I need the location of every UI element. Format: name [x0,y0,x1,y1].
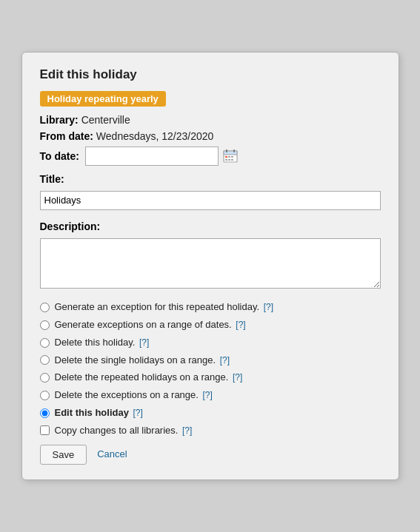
radio-opt3[interactable] [40,338,50,348]
radio-opt6[interactable] [40,391,50,400]
copy-changes-help[interactable]: [?] [182,425,192,436]
library-value: Centerville [81,114,130,126]
library-label: Library: [40,114,79,126]
radio-label-opt2: Generate exceptions on a range of dates.… [55,319,246,331]
help-link-opt3[interactable]: [?] [139,337,149,348]
description-textarea[interactable] [40,238,381,289]
radio-label-opt3: Delete this holiday. [?] [55,337,150,349]
radio-item: Delete this holiday. [?] [40,337,381,349]
button-row: Save Cancel [40,445,381,465]
radio-group: Generate an exception for this repeated … [40,301,381,420]
from-date-label: From date: [40,130,93,142]
radio-opt4[interactable] [40,355,50,365]
radio-label-opt7: Edit this holiday [?] [55,407,143,420]
to-date-input[interactable] [85,147,219,166]
radio-label-opt6: Delete the exceptions on a range. [?] [55,389,213,402]
radio-label-opt4: Delete the single holidays on a range. [… [55,354,230,367]
copy-changes-label: Copy changes to all libraries. [?] [55,425,193,436]
radio-opt5[interactable] [40,373,50,383]
radio-label-opt5: Delete the repeated holidays on a range.… [55,371,243,384]
help-link-opt1[interactable]: [?] [264,302,273,312]
edit-holiday-dialog: Edit this holiday Holiday repeating year… [21,52,399,480]
from-date-row: From date: Wednesdays, 12/23/2020 [40,130,381,142]
svg-rect-9 [231,159,233,161]
svg-rect-1 [224,151,237,155]
copy-changes-row: Copy changes to all libraries. [?] [40,425,381,436]
svg-rect-4 [225,156,227,158]
help-link-opt5[interactable]: [?] [233,372,242,383]
help-link-opt4[interactable]: [?] [220,355,230,366]
radio-item: Delete the single holidays on a range. [… [40,354,381,367]
radio-label-opt1: Generate an exception for this repeated … [55,301,274,314]
copy-changes-checkbox[interactable] [40,425,50,435]
help-link-opt2[interactable]: [?] [236,320,245,330]
library-row: Library: Centerville [40,114,381,126]
radio-opt7[interactable] [40,408,50,418]
title-label: Title: [40,173,381,185]
description-label: Description: [40,220,381,232]
from-date-value: Wednesdays, 12/23/2020 [96,130,214,142]
svg-rect-7 [225,159,227,161]
svg-rect-5 [228,156,230,158]
radio-opt2[interactable] [40,320,50,330]
svg-rect-6 [231,156,233,158]
svg-rect-8 [228,159,230,161]
svg-rect-2 [226,149,227,152]
to-date-row: To date: [40,147,381,166]
radio-item: Delete the repeated holidays on a range.… [40,371,381,384]
radio-item: Generate an exception for this repeated … [40,301,381,314]
svg-rect-3 [233,149,235,152]
calendar-icon[interactable] [221,147,239,165]
dialog-title: Edit this holiday [40,67,381,82]
radio-item: Generate exceptions on a range of dates.… [40,319,381,331]
help-link-opt7[interactable]: [?] [133,408,143,418]
to-date-label: To date: [40,150,79,162]
title-input[interactable] [40,191,381,210]
help-link-opt6[interactable]: [?] [203,390,213,400]
save-button[interactable]: Save [40,445,87,465]
radio-item: Edit this holiday [?] [40,407,381,420]
radio-item: Delete the exceptions on a range. [?] [40,389,381,402]
holiday-badge: Holiday repeating yearly [40,91,166,107]
cancel-button[interactable]: Cancel [94,445,130,465]
radio-opt1[interactable] [40,303,50,312]
